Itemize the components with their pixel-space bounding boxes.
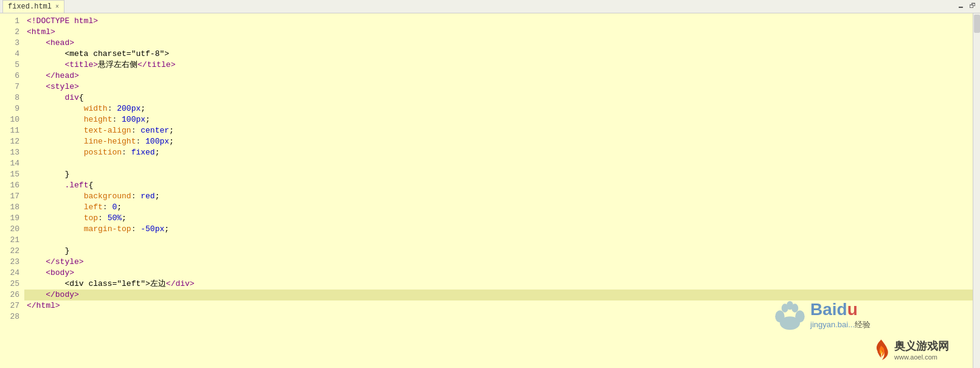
line-number: 11 (0, 125, 24, 136)
code-line: } (24, 169, 980, 180)
tab-close-icon[interactable]: × (55, 4, 59, 10)
editor-tab[interactable]: fixed.html × (2, 0, 64, 13)
code-line: line-height: 100px; (24, 136, 980, 147)
line-number: 18 (0, 202, 24, 213)
code-line: </html> (24, 300, 980, 311)
line-number: 5 (0, 60, 24, 71)
window-controls: 🗕 🗗 (956, 1, 978, 10)
line-number: 25 (0, 279, 24, 290)
code-line: <meta charset="utf-8"> (24, 49, 980, 60)
scrollbar-thumb[interactable] (974, 15, 980, 33)
line-number: 23 (0, 257, 24, 268)
line-number: 15 (0, 169, 24, 180)
line-number: 14 (0, 158, 24, 169)
code-line: <div class="left">左边</div> (24, 279, 980, 290)
line-number: 20 (0, 224, 24, 235)
line-number: 16 (0, 180, 24, 191)
code-line: } (24, 246, 980, 257)
line-number: 24 (0, 268, 24, 279)
tab-filename: fixed.html (8, 2, 52, 11)
line-number: 13 (0, 147, 24, 158)
code-line: background: red; (24, 191, 980, 202)
line-number: 10 (0, 114, 24, 125)
line-number: 12 (0, 136, 24, 147)
line-number: 19 (0, 213, 24, 224)
line-number: 6 (0, 71, 24, 82)
code-line (24, 311, 980, 322)
line-number: 4 (0, 49, 24, 60)
code-area: 1234567891011121314151617181920212223242… (0, 13, 980, 368)
code-line: text-align: center; (24, 125, 980, 136)
line-number: 2 (0, 27, 24, 38)
scrollbar[interactable] (973, 13, 980, 368)
code-line: <html> (24, 27, 980, 38)
code-line: height: 100px; (24, 114, 980, 125)
code-line: </style> (24, 257, 980, 268)
tab-bar: fixed.html × 🗕 🗗 (0, 0, 980, 13)
line-number: 8 (0, 92, 24, 103)
code-line (24, 235, 980, 246)
code-line: <head> (24, 38, 980, 49)
line-number: 26 (0, 290, 24, 300)
line-number: 9 (0, 103, 24, 114)
code-line: <title>悬浮左右侧</title> (24, 60, 980, 71)
line-numbers: 1234567891011121314151617181920212223242… (0, 13, 24, 368)
minimize-button[interactable]: 🗕 (956, 1, 966, 10)
code-line: <style> (24, 82, 980, 92)
line-number: 21 (0, 235, 24, 246)
code-line: </head> (24, 71, 980, 82)
line-number: 22 (0, 246, 24, 257)
code-content[interactable]: <!DOCTYPE html><html> <head> <meta chars… (24, 13, 980, 368)
code-line: top: 50%; (24, 213, 980, 224)
line-number: 28 (0, 311, 24, 322)
code-line: .left{ (24, 180, 980, 191)
line-number: 27 (0, 300, 24, 311)
code-line: width: 200px; (24, 103, 980, 114)
code-line: margin-top: -50px; (24, 224, 980, 235)
code-line: position: fixed; (24, 147, 980, 158)
code-line (24, 158, 980, 169)
code-line: </body> (24, 290, 980, 300)
line-number: 1 (0, 16, 24, 27)
line-number: 7 (0, 82, 24, 92)
code-line: <!DOCTYPE html> (24, 16, 980, 27)
code-line: left: 0; (24, 202, 980, 213)
code-line: <body> (24, 268, 980, 279)
code-line: div{ (24, 92, 980, 103)
restore-button[interactable]: 🗗 (967, 1, 978, 10)
editor-container: fixed.html × 🗕 🗗 12345678910111213141516… (0, 0, 980, 368)
line-number: 17 (0, 191, 24, 202)
line-number: 3 (0, 38, 24, 49)
